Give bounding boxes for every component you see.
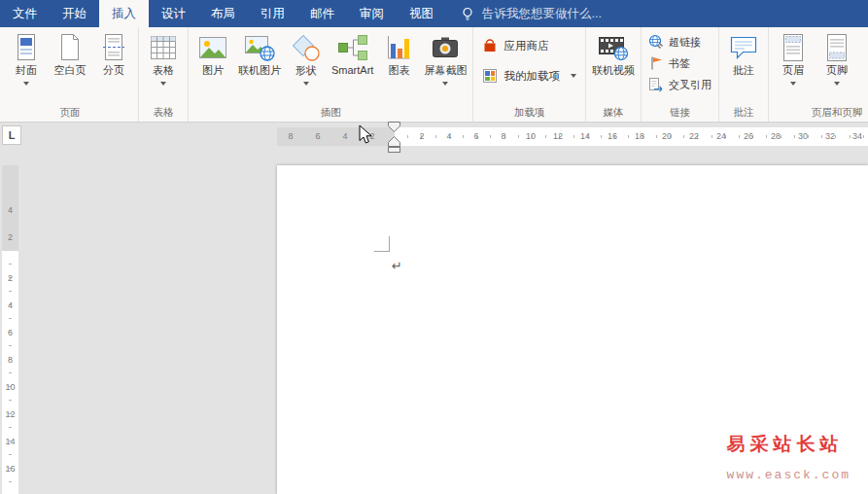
ribbon-group-pages: 封面 空白页 分页 页面: [2, 27, 139, 122]
smartart-icon: [337, 32, 368, 63]
cross-reference-button[interactable]: 交叉引用: [644, 76, 715, 93]
chevron-down-icon: [160, 82, 166, 86]
screenshot-icon: [431, 32, 460, 63]
hyperlink-button[interactable]: 超链接: [644, 33, 715, 51]
tab-home[interactable]: 开始: [50, 0, 99, 27]
new-comment-button[interactable]: 批注: [722, 28, 765, 105]
text-boundary-corner-mark: [374, 236, 390, 252]
tab-design[interactable]: 设计: [149, 0, 198, 27]
ribbon-group-illustrations: 图片 联机图片 形状 SmartArt: [189, 27, 473, 122]
vertical-ruler-margin[interactable]: 4 2: [2, 165, 18, 265]
ruler-number: 20: [653, 127, 680, 146]
tab-view[interactable]: 视图: [397, 0, 446, 27]
indent-markers[interactable]: [387, 122, 401, 157]
ruler-number: 10: [2, 373, 18, 401]
chart-button[interactable]: 图表: [377, 28, 420, 105]
ribbon-tab-bar: 文件 开始 插入 设计 布局 引用 邮件 审阅 视图 告诉我您想要做什么...: [0, 0, 868, 27]
screenshot-button[interactable]: 屏幕截图: [421, 28, 469, 105]
online-pictures-label: 联机图片: [238, 63, 281, 78]
my-addins-icon: [482, 68, 498, 84]
watermark-title: 易采站长站: [727, 432, 851, 457]
shapes-label: 形状: [295, 63, 317, 78]
ruler-number: 30: [789, 127, 816, 146]
ruler-number: 8: [2, 346, 18, 373]
tab-file[interactable]: 文件: [0, 0, 50, 27]
ruler-number: 8: [277, 127, 304, 146]
ruler-number: 2: [2, 265, 18, 292]
cover-page-icon: [15, 32, 38, 63]
my-addins-button[interactable]: 我的加载项: [476, 65, 582, 87]
tell-me-box[interactable]: 告诉我您想要做什么...: [460, 0, 602, 27]
ribbon-group-addins: 应用商店 我的加载项 加载项: [473, 27, 586, 122]
ribbon-group-comments: 批注 批注: [719, 27, 769, 122]
online-pictures-button[interactable]: 联机图片: [235, 28, 284, 105]
ruler-number: 6: [463, 127, 490, 146]
ruler-number: 34: [844, 127, 868, 146]
page-break-icon: [102, 32, 125, 63]
shapes-button[interactable]: 形状: [285, 28, 328, 105]
tab-selector[interactable]: L: [2, 125, 21, 145]
ruler-number: 14: [572, 127, 599, 146]
tab-layout[interactable]: 布局: [198, 0, 248, 27]
ruler-number: 10: [517, 127, 544, 146]
tab-selector-symbol: L: [9, 129, 16, 141]
horizontal-ruler-text-area: 2 4 6 8 10 12 14 16 18 20 22 24 26 28 30…: [395, 127, 868, 146]
blank-page-icon: [58, 32, 82, 63]
mouse-cursor-icon: [359, 124, 374, 150]
table-button[interactable]: 表格: [142, 28, 185, 105]
ruler-number: 14: [2, 428, 18, 455]
header-button[interactable]: 页眉: [772, 28, 815, 105]
store-label: 应用商店: [503, 39, 548, 53]
store-icon: [482, 38, 498, 53]
smartart-button[interactable]: SmartArt: [329, 28, 376, 105]
cover-page-button[interactable]: 封面: [5, 28, 48, 105]
bookmark-button[interactable]: 书签: [644, 54, 715, 72]
tab-insert[interactable]: 插入: [99, 0, 149, 27]
online-video-button[interactable]: 联机视频: [589, 28, 638, 105]
group-label-links: 链接: [644, 105, 715, 122]
ribbon-group-media: 联机视频 媒体: [586, 27, 642, 122]
ruler-number: 8: [490, 127, 517, 146]
store-button[interactable]: 应用商店: [476, 35, 582, 56]
ruler-number: 4: [435, 127, 463, 146]
smartart-label: SmartArt: [331, 63, 373, 78]
ruler-number: 16: [2, 455, 18, 482]
blank-page-button[interactable]: 空白页: [49, 28, 91, 105]
paragraph-mark: ↵: [392, 259, 402, 273]
pictures-icon: [198, 32, 227, 63]
ribbon-insert: 封面 空白页 分页 页面 表: [0, 27, 868, 123]
header-label: 页眉: [782, 63, 804, 78]
tab-review[interactable]: 审阅: [347, 0, 397, 27]
online-video-label: 联机视频: [592, 63, 635, 78]
page-number-button[interactable]: 页码: [859, 28, 868, 105]
pictures-button[interactable]: 图片: [191, 28, 234, 105]
tab-references[interactable]: 引用: [248, 0, 297, 27]
vertical-ruler-text-area[interactable]: 2 4 6 8 10 12 14 16: [2, 251, 18, 494]
ribbon-group-tables: 表格 表格: [139, 27, 189, 122]
hyperlink-icon: [648, 34, 664, 50]
ruler-number: 22: [680, 127, 708, 146]
ruler-number: 12: [2, 401, 18, 428]
watermark: 易采站长站 www.easck.com: [727, 432, 851, 482]
page-break-button[interactable]: 分页: [92, 28, 135, 105]
bookmark-label: 书签: [669, 56, 690, 71]
chevron-down-icon: [790, 82, 796, 86]
table-label: 表格: [153, 63, 174, 78]
ruler-number: 16: [599, 127, 626, 146]
chevron-down-icon: [834, 82, 840, 86]
my-addins-label: 我的加载项: [503, 69, 560, 84]
footer-button[interactable]: 页脚: [816, 28, 858, 105]
group-label-pages: 页面: [5, 105, 135, 122]
group-label-comments: 批注: [722, 105, 765, 122]
chevron-down-icon: [303, 82, 309, 86]
ruler-number: 6: [2, 319, 18, 346]
ribbon-group-header-footer: 页眉 页脚 页码 页眉和页脚: [769, 27, 868, 122]
tab-mailings[interactable]: 邮件: [297, 0, 347, 27]
ruler-number: 12: [544, 127, 572, 146]
ruler-number: 24: [708, 127, 735, 146]
chart-icon: [385, 32, 412, 63]
group-label-illustrations: 插图: [191, 105, 469, 122]
comment-icon: [729, 32, 758, 63]
cover-page-label: 封面: [16, 63, 37, 78]
cross-reference-label: 交叉引用: [669, 78, 712, 92]
